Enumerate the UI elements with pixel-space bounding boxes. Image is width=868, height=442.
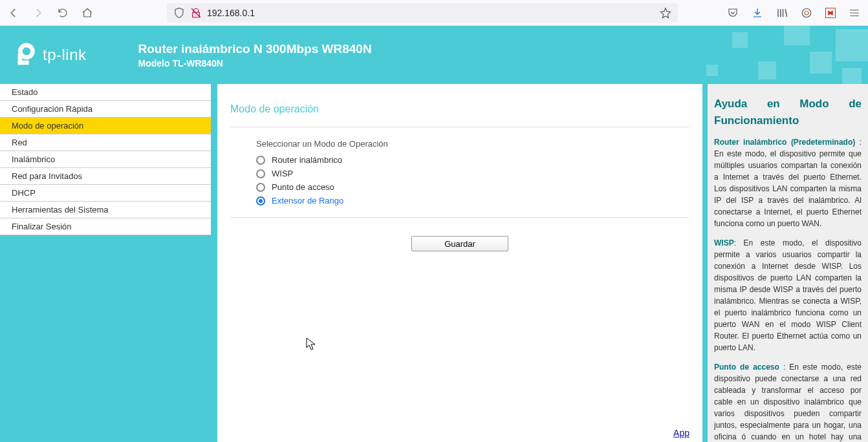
logo-text: tp-link xyxy=(43,46,87,64)
sidebar-item-estado[interactable]: Estado xyxy=(0,84,211,101)
pocket-icon[interactable] xyxy=(727,7,739,19)
home-icon[interactable] xyxy=(81,7,93,19)
help-p3-text: : En este modo, este dispositivo puede c… xyxy=(714,363,862,442)
svg-rect-11 xyxy=(842,68,862,84)
help-p1: Router inalámbrico (Predeterminado) : En… xyxy=(714,136,862,229)
save-button[interactable]: Guardar xyxy=(411,236,508,251)
svg-rect-6 xyxy=(732,32,748,48)
shield-icon xyxy=(173,7,185,19)
sidebar-item-inalambrico[interactable]: Inalámbrico xyxy=(0,151,211,168)
back-icon[interactable] xyxy=(8,7,19,19)
sidebar-item-red[interactable]: Red xyxy=(0,134,211,151)
header-titles: Router inalámbrico N 300Mbps WR840N Mode… xyxy=(138,42,372,68)
main-area: Modo de operación Seleccionar un Modo de… xyxy=(211,84,868,442)
help-p2-term: WISP xyxy=(714,238,734,247)
sidebar-item-finalizar-sesion[interactable]: Finalizar Sesión xyxy=(0,218,211,235)
svg-rect-4 xyxy=(18,61,29,65)
help-panel: Ayuda en Modo de Funcionamiento Router i… xyxy=(708,84,868,442)
operation-mode-form: Seleccionar un Modo de Operación Router … xyxy=(230,139,689,205)
radio-label: Router inalámbrico xyxy=(272,155,342,165)
sidebar-item-dhcp[interactable]: DHCP xyxy=(0,185,211,202)
mcafee-icon[interactable] xyxy=(825,8,836,18)
sidebar: Estado Configuración Rápida Modo de oper… xyxy=(0,84,211,442)
help-p2-text: : En este modo, el dispositivo permite a… xyxy=(714,238,862,352)
extension-icon[interactable] xyxy=(801,7,812,19)
help-p1-text: : En este modo, el dispositivo permite q… xyxy=(714,138,862,228)
svg-rect-8 xyxy=(784,26,810,45)
app-header: tp-link Router inalámbrico N 300Mbps WR8… xyxy=(0,26,868,84)
tplink-logo-icon xyxy=(13,43,38,67)
svg-point-1 xyxy=(805,11,808,15)
help-p1-term: Router inalámbrico (Predeterminado) xyxy=(714,138,855,147)
radio-extensor-rango[interactable]: Extensor de Rango xyxy=(256,196,689,205)
help-p3: Punto de acceso : En este modo, este dis… xyxy=(714,361,862,442)
url-input[interactable] xyxy=(207,8,655,18)
chrome-right-icons xyxy=(727,7,860,19)
bookmark-star-icon[interactable] xyxy=(660,7,671,19)
svg-rect-10 xyxy=(836,29,868,61)
help-p2: WISP: En este modo, el dispositivo permi… xyxy=(714,237,862,353)
sidebar-item-red-invitados[interactable]: Red para Invitados xyxy=(0,168,211,185)
url-bar[interactable] xyxy=(167,3,678,23)
radio-punto-acceso[interactable]: Punto de acceso xyxy=(256,182,689,192)
page-title: Router inalámbrico N 300Mbps WR840N xyxy=(138,42,372,56)
lock-insecure-icon xyxy=(190,7,202,19)
svg-rect-9 xyxy=(810,52,832,74)
radio-icon xyxy=(256,156,265,165)
forward-icon[interactable] xyxy=(32,7,44,19)
help-p3-term: Punto de acceso xyxy=(714,363,779,372)
menu-icon[interactable] xyxy=(849,7,860,19)
radio-label: Extensor de Rango xyxy=(272,196,343,205)
radio-label: Punto de acceso xyxy=(272,182,334,192)
library-icon[interactable] xyxy=(776,7,788,19)
svg-rect-7 xyxy=(758,61,776,79)
content-panel: Modo de operación Seleccionar un Modo de… xyxy=(217,84,702,442)
model-label: Modelo TL-WR840N xyxy=(138,58,372,68)
svg-rect-5 xyxy=(706,65,718,76)
radio-icon xyxy=(256,183,265,192)
radio-router-inalambrico[interactable]: Router inalámbrico xyxy=(256,155,689,165)
help-title: Ayuda en Modo de Funcionamiento xyxy=(714,96,862,129)
sidebar-item-configuracion-rapida[interactable]: Configuración Rápida xyxy=(0,101,211,118)
header-decoration xyxy=(674,26,868,84)
reload-icon[interactable] xyxy=(57,7,69,19)
form-label: Seleccionar un Modo de Operación xyxy=(256,139,689,149)
app-link[interactable]: App xyxy=(673,428,689,438)
svg-point-0 xyxy=(802,8,811,17)
nav-icons xyxy=(8,7,93,19)
divider xyxy=(230,217,689,218)
download-icon[interactable] xyxy=(752,7,763,19)
browser-chrome xyxy=(0,0,868,26)
radio-label: WISP xyxy=(272,169,293,178)
app-body: Estado Configuración Rápida Modo de oper… xyxy=(0,84,868,442)
divider xyxy=(230,127,689,127)
logo: tp-link xyxy=(13,43,87,67)
sidebar-item-herramientas[interactable]: Herramientas del Sistema xyxy=(0,202,211,218)
radio-icon xyxy=(256,169,265,178)
sidebar-item-modo-operacion[interactable]: Modo de operación xyxy=(0,118,211,134)
save-row: Guardar xyxy=(230,236,689,251)
section-title: Modo de operación xyxy=(230,103,689,115)
radio-icon xyxy=(256,196,265,205)
radio-wisp[interactable]: WISP xyxy=(256,169,689,178)
